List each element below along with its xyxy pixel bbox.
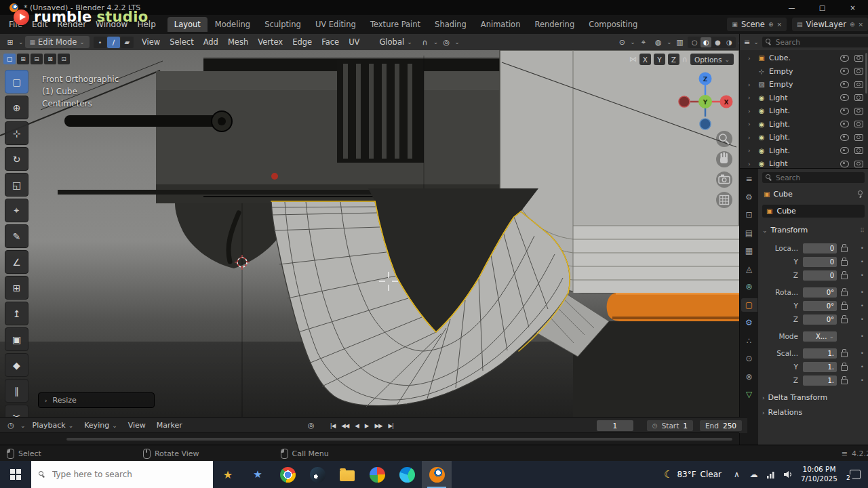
menu-marker[interactable]: Marker xyxy=(153,420,186,431)
shading-material-button[interactable]: ● xyxy=(712,37,723,47)
lock-icon[interactable] xyxy=(841,318,848,323)
pan-hand-icon[interactable] xyxy=(716,151,732,167)
properties-search-input[interactable] xyxy=(774,173,861,182)
editor-type-icon[interactable]: ⊞ xyxy=(3,36,17,48)
menu-window[interactable]: Window xyxy=(91,18,132,30)
outliner-row-light[interactable]: › ◉ Light. xyxy=(740,144,868,158)
onedrive-icon[interactable]: ☁ xyxy=(745,470,762,479)
timeline-scrollbar[interactable] xyxy=(66,438,732,441)
taskbar-app-chrome[interactable] xyxy=(273,461,302,488)
workspace-tab-compositing[interactable]: Compositing xyxy=(582,17,644,32)
hide-eye-icon[interactable] xyxy=(840,147,849,154)
menu-select[interactable]: Select xyxy=(165,36,197,48)
select-invert-button[interactable]: ⊠ xyxy=(44,54,56,64)
view-layer-selector[interactable]: ▤ ViewLayer ⊕ × xyxy=(792,18,868,31)
taskbar-search-input[interactable] xyxy=(51,469,205,480)
object-name-field[interactable]: ▣ Cube xyxy=(762,205,865,218)
chevron-down-icon[interactable]: ⌄ xyxy=(753,39,759,45)
menu-render[interactable]: Render xyxy=(52,18,91,30)
workspace-tab-animation[interactable]: Animation xyxy=(474,17,528,32)
tool-rotate[interactable]: ↻ xyxy=(5,147,28,171)
select-set-button[interactable]: ▢ xyxy=(3,54,16,64)
drag-grip-icon[interactable]: ⠿ xyxy=(860,227,865,234)
lock-icon[interactable] xyxy=(841,247,848,252)
camera-view-icon[interactable] xyxy=(716,171,732,188)
location-y-field[interactable]: 0 xyxy=(803,257,837,267)
menu-edit[interactable]: Edit xyxy=(27,18,52,30)
menu-view-timeline[interactable]: View xyxy=(124,420,150,431)
grid-ortho-icon[interactable] xyxy=(716,192,732,208)
menu-playback[interactable]: Playback ⌄ xyxy=(28,420,78,431)
shading-solid-button[interactable]: ◐ xyxy=(701,37,711,47)
tool-box-select[interactable]: ▢ xyxy=(5,70,28,94)
tab-object[interactable]: ▢ xyxy=(741,298,757,312)
tool-inset-faces[interactable]: ▣ xyxy=(5,327,28,351)
expand-chevron-icon[interactable]: › xyxy=(748,121,754,127)
tool-scale[interactable]: ◱ xyxy=(5,173,28,197)
expand-chevron-icon[interactable]: › xyxy=(748,134,754,141)
zoom-icon[interactable] xyxy=(716,131,732,147)
workspace-tab-uv-editing[interactable]: UV Editing xyxy=(309,17,363,32)
mode-dropdown[interactable]: ▦ Edit Mode ⌄ xyxy=(25,36,90,48)
animate-dot-icon[interactable]: • xyxy=(861,350,864,357)
workspace-tab-layout[interactable]: Layout xyxy=(167,17,208,32)
hide-eye-icon[interactable] xyxy=(840,108,849,115)
menu-vertex[interactable]: Vertex xyxy=(254,36,287,48)
outliner-scrollbar[interactable] xyxy=(865,53,867,94)
new-scene-icon[interactable]: ⊕ xyxy=(768,21,774,28)
tab-render[interactable]: ⊡ xyxy=(741,208,757,222)
menu-file[interactable]: File xyxy=(4,18,27,30)
hide-eye-icon[interactable] xyxy=(840,121,849,127)
tab-modifiers[interactable]: ⚙ xyxy=(741,316,757,329)
tool-cursor[interactable]: ⊕ xyxy=(5,96,28,119)
pin-icon[interactable] xyxy=(857,190,863,198)
vertex-select-button[interactable]: ∙ xyxy=(94,37,106,48)
shading-wireframe-button[interactable]: ○ xyxy=(689,37,700,47)
properties-editor-icon[interactable]: ≡ xyxy=(741,172,757,186)
taskbar-app-sparkle[interactable]: ★ xyxy=(213,461,243,488)
delta-transform-section[interactable]: › Delta Transform xyxy=(762,393,865,402)
taskbar-app-blender[interactable] xyxy=(422,461,452,488)
expand-chevron-icon[interactable]: › xyxy=(748,55,754,62)
mirror-x-button[interactable]: X xyxy=(639,54,651,65)
expand-chevron-icon[interactable]: › xyxy=(748,147,754,154)
taskbar-app-steam[interactable] xyxy=(302,461,332,488)
expand-chevron-icon[interactable]: › xyxy=(748,108,754,115)
hide-eye-icon[interactable] xyxy=(840,55,849,62)
select-extend-button[interactable]: ⊞ xyxy=(17,54,29,64)
lock-icon[interactable] xyxy=(841,379,848,384)
options-dropdown[interactable]: Options ⌄ xyxy=(690,54,734,65)
outliner-row-empty[interactable]: ⊹ Empty xyxy=(740,65,868,79)
select-subtract-button[interactable]: ⊟ xyxy=(31,54,43,64)
outliner-editor-icon[interactable]: ≡ xyxy=(744,38,750,47)
tool-loop-cut[interactable]: ∥ xyxy=(5,379,28,403)
taskbar-app-photos[interactable] xyxy=(362,461,392,488)
menu-add[interactable]: Add xyxy=(199,36,222,48)
relations-section[interactable]: › Relations xyxy=(762,408,865,417)
tool-measure[interactable]: ∠ xyxy=(5,250,28,274)
menu-help[interactable]: Help xyxy=(132,18,160,30)
animate-dot-icon[interactable]: • xyxy=(861,302,864,309)
gizmo-minus-z-axis[interactable] xyxy=(700,119,711,129)
tab-scene[interactable]: ◬ xyxy=(741,262,757,276)
show-gizmo-icon[interactable]: ⌖ xyxy=(637,36,650,48)
pivot-chevron-icon[interactable]: ⌄ xyxy=(630,39,635,45)
menu-mesh[interactable]: Mesh xyxy=(224,36,252,48)
animate-dot-icon[interactable]: • xyxy=(861,363,864,370)
timeline-track-area[interactable] xyxy=(0,432,739,445)
tab-tool[interactable]: ⚙ xyxy=(741,190,757,204)
lock-icon[interactable] xyxy=(841,291,848,296)
menu-face[interactable]: Face xyxy=(317,36,343,48)
lock-icon[interactable] xyxy=(841,365,848,371)
mirror-y-button[interactable]: Y xyxy=(654,54,665,65)
rotation-mode-dropdown[interactable]: X... ⌄ xyxy=(803,331,837,342)
animate-dot-icon[interactable]: • xyxy=(861,289,864,296)
animate-dot-icon[interactable]: • xyxy=(861,377,864,384)
scale-y-field[interactable]: 1. xyxy=(803,362,837,372)
animate-dot-icon[interactable]: • xyxy=(861,272,864,279)
taskbar-search[interactable] xyxy=(31,461,213,488)
scene-selector[interactable]: ▣ Scene ⊕ × xyxy=(727,18,787,31)
mirror-z-button[interactable]: Z xyxy=(668,54,679,65)
proportional-editing-icon[interactable]: ◎ xyxy=(439,36,453,48)
outliner-row-light[interactable]: › ◉ Light. xyxy=(740,118,868,131)
